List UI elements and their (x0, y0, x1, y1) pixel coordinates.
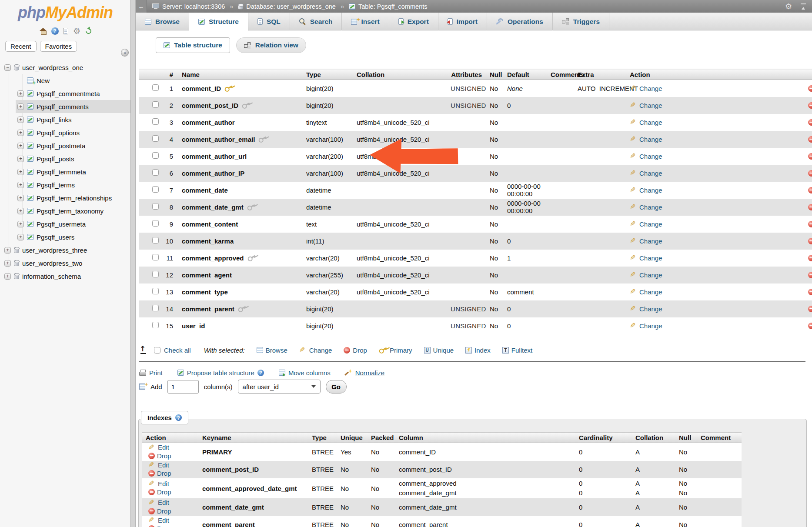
tree-expander-icon[interactable]: + (17, 182, 24, 188)
sidebar-item-information-schema[interactable]: +information_schema (0, 270, 130, 283)
sidebar-item-pgsqff-options[interactable]: +Pgsqff_options (0, 126, 130, 139)
tab-sql[interactable]: SQL (248, 13, 290, 30)
sidebar-item-pgsqff-termmeta[interactable]: +Pgsqff_termmeta (0, 165, 130, 178)
settings-gear-icon[interactable] (73, 27, 81, 35)
drop-button[interactable] (808, 238, 812, 244)
row-checkbox[interactable] (152, 84, 159, 91)
page-settings-gear-icon[interactable] (784, 2, 793, 11)
row-checkbox[interactable] (152, 322, 159, 328)
sidebar-item-pgsqff-term-relationships[interactable]: +Pgsqff_term_relationships (0, 191, 130, 204)
selected-action-unique[interactable]: Unique (424, 347, 454, 354)
sidebar-item-pgsqff-comments[interactable]: +Pgsqff_comments (16, 100, 130, 113)
drop-button[interactable] (808, 153, 812, 160)
edit-index-button[interactable]: Edit (148, 480, 169, 487)
change-button[interactable]: Change (639, 254, 662, 262)
docs-icon[interactable] (63, 28, 68, 34)
tool-print[interactable]: Print (139, 369, 163, 377)
phpmyadmin-logo[interactable]: phpMyAdmin (0, 3, 130, 22)
edit-index-button[interactable]: Edit (148, 461, 169, 469)
refresh-icon[interactable] (84, 27, 92, 35)
change-button[interactable]: Change (639, 85, 662, 92)
change-button[interactable]: Change (639, 153, 662, 160)
sidebar-item-pgsqff-commentmeta[interactable]: +Pgsqff_commentmeta (0, 87, 130, 100)
row-checkbox[interactable] (152, 101, 159, 108)
drop-button[interactable] (808, 255, 812, 261)
sidebar-item-pgsqff-terms[interactable]: +Pgsqff_terms (0, 178, 130, 191)
tool-normalize[interactable]: Normalize (345, 369, 385, 377)
breadcrumb-item[interactable]: Table: Pgsqff_comments (358, 3, 428, 10)
drop-button[interactable] (808, 306, 812, 312)
tab-browse[interactable]: Browse (136, 13, 189, 30)
sidebar-item-pgsqff-links[interactable]: +Pgsqff_links (0, 113, 130, 126)
drop-index-button[interactable]: Drop (148, 525, 171, 527)
home-icon[interactable] (40, 28, 47, 34)
edit-index-button[interactable]: Edit (148, 444, 169, 451)
drop-button[interactable] (808, 204, 812, 210)
tab-triggers[interactable]: Triggers (553, 13, 609, 30)
tab-operations[interactable]: Operations (487, 13, 553, 30)
drop-button[interactable] (808, 119, 812, 126)
add-position-select[interactable]: after user_id (238, 380, 321, 394)
change-button[interactable]: Change (639, 237, 662, 245)
sidebar-button-favorites[interactable]: Favorites (40, 41, 77, 52)
check-all-link[interactable]: Check all (164, 347, 191, 354)
tab-structure[interactable]: Structure (189, 13, 248, 31)
tree-expander-icon[interactable]: + (17, 130, 24, 136)
change-button[interactable]: Change (639, 322, 662, 330)
edit-index-button[interactable]: Edit (148, 517, 169, 524)
drop-button[interactable] (808, 136, 812, 143)
row-checkbox[interactable] (152, 271, 159, 277)
change-button[interactable]: Change (639, 305, 662, 313)
add-column-count-input[interactable] (167, 380, 199, 394)
change-button[interactable]: Change (639, 203, 662, 211)
help-icon[interactable] (175, 414, 182, 421)
drop-button[interactable] (808, 323, 812, 329)
selected-action-browse[interactable]: Browse (257, 347, 287, 354)
sidebar-item-pgsqff-term-taxonomy[interactable]: +Pgsqff_term_taxonomy (0, 204, 130, 217)
tree-expander-icon[interactable]: + (17, 143, 24, 149)
drop-button[interactable] (808, 221, 812, 227)
collapse-navigation-icon[interactable]: « (121, 49, 129, 57)
tree-expander-icon[interactable]: + (17, 208, 24, 214)
drop-button[interactable] (808, 102, 812, 109)
check-all-checkbox[interactable] (154, 347, 160, 354)
row-checkbox[interactable] (152, 152, 159, 159)
change-button[interactable]: Change (639, 271, 662, 279)
sidebar-item-new[interactable]: New (0, 74, 130, 87)
sidebar-item-user-wordpress-three[interactable]: +user_wordpress_three (0, 243, 130, 257)
back-arrow-button[interactable]: ← (136, 0, 147, 13)
tree-expander-icon[interactable]: + (17, 221, 24, 227)
tree-expander-icon[interactable]: + (17, 90, 24, 97)
row-checkbox[interactable] (152, 135, 159, 142)
change-button[interactable]: Change (639, 136, 662, 143)
tree-expander-icon[interactable]: + (17, 156, 24, 162)
tab-search[interactable]: Search (290, 13, 342, 30)
scroll-top-icon[interactable] (800, 3, 807, 10)
row-checkbox[interactable] (152, 288, 159, 294)
sidebar-button-recent[interactable]: Recent (5, 41, 37, 52)
change-button[interactable]: Change (639, 187, 662, 194)
row-checkbox[interactable] (152, 254, 159, 260)
help-icon[interactable] (257, 370, 264, 376)
edit-index-button[interactable]: Edit (148, 499, 169, 506)
tab-export[interactable]: Export (389, 13, 438, 30)
tree-expander-icon[interactable]: + (4, 273, 11, 280)
breadcrumb-item[interactable]: Server: localhost:3306 (162, 3, 225, 10)
tree-expander-icon[interactable]: + (17, 103, 24, 110)
selected-action-drop[interactable]: Drop (344, 347, 367, 354)
view-button-table-structure[interactable]: Table structure (156, 37, 230, 53)
sidebar-item-pgsqff-usermeta[interactable]: +Pgsqff_usermeta (0, 217, 130, 230)
change-button[interactable]: Change (639, 220, 662, 228)
tree-expander-icon[interactable]: + (17, 169, 24, 175)
row-checkbox[interactable] (152, 118, 159, 125)
drop-index-button[interactable]: Drop (148, 470, 171, 477)
breadcrumb-item[interactable]: Database: user_wordpress_one (246, 3, 336, 10)
tool-propose-table-structure[interactable]: Propose table structure (177, 369, 264, 377)
drop-button[interactable] (808, 272, 812, 278)
drop-index-button[interactable]: Drop (148, 488, 171, 496)
change-button[interactable]: Change (639, 102, 662, 109)
change-button[interactable]: Change (639, 170, 662, 177)
drop-button[interactable] (808, 289, 812, 295)
row-checkbox[interactable] (152, 305, 159, 311)
change-button[interactable]: Change (639, 119, 662, 126)
